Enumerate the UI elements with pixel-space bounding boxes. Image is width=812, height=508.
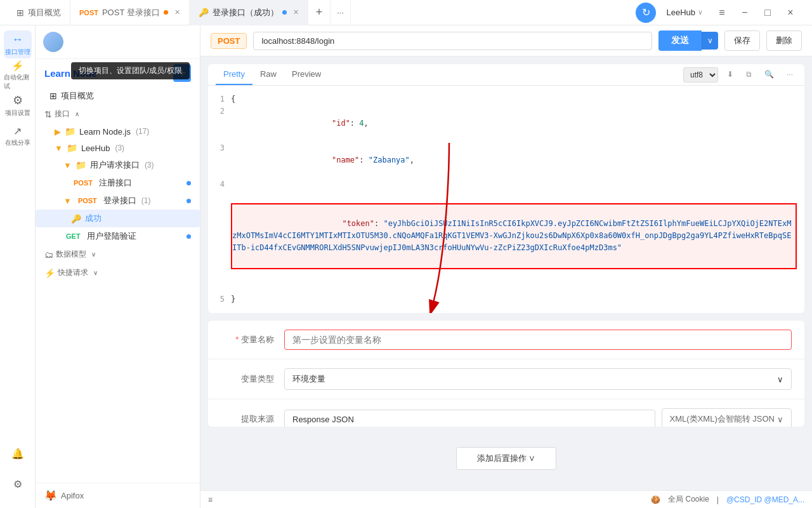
send-btn[interactable]: 发送	[658, 30, 702, 51]
sidebar-item-user-requests[interactable]: ▼ 📁 用户请求接口 (3)	[36, 156, 200, 174]
tab-dot-orange	[164, 10, 168, 15]
refresh-btn[interactable]: ↻	[636, 3, 656, 23]
resp-tab-preview[interactable]: Preview	[284, 64, 329, 85]
close-window-btn[interactable]: ×	[782, 4, 799, 22]
variable-name-control	[284, 330, 792, 350]
api-icon: ↔	[12, 33, 23, 46]
gear-icon: ⚙	[13, 478, 22, 490]
code-line-3: 3 "name": "Zabanya",	[208, 142, 804, 179]
tab-post-login[interactable]: POST POST 登录接口 ✕	[70, 0, 190, 25]
sidebar-item-user-verify[interactable]: GET 用户登陆验证	[36, 227, 200, 245]
download-btn[interactable]: ⬇	[723, 67, 737, 83]
token-highlight: "token": "eyJhbGciOiJSUzI1NiIsInR5cCI6Ik…	[231, 203, 797, 269]
variable-type-select[interactable]: 环境变量 ∨	[284, 368, 792, 390]
send-btn-dropdown[interactable]: ∨	[702, 32, 718, 50]
settings-icon: ⚙	[13, 93, 23, 107]
code-panel: 1 { 2 "id": 4,	[208, 86, 804, 313]
close-icon-active[interactable]: ✕	[293, 8, 299, 17]
resp-tab-actions: utf8 gbk ⬇ ⧉ 🔍 ···	[683, 67, 797, 83]
left-icon-project-settings[interactable]: ⚙ 项目设置	[4, 91, 32, 119]
gear-btn[interactable]: ⚙	[4, 470, 32, 498]
sidebar-item-success[interactable]: 🔑 成功	[36, 210, 200, 227]
data-model-chevron-icon: ∨	[91, 251, 96, 258]
section-arrow-icon: ∧	[75, 110, 79, 117]
left-icon-auto-test[interactable]: ⚡ 自动化测试	[4, 61, 32, 89]
cookie-label[interactable]: 全局 Cookie	[668, 494, 709, 505]
more-btn[interactable]: ···	[783, 67, 797, 83]
folder-open-login-icon: ▼	[63, 196, 72, 206]
code-area: 1 { 2 "id": 4,	[208, 86, 804, 313]
method-badge: POST	[211, 33, 247, 49]
add-resource-btn[interactable]: +	[173, 64, 191, 82]
tab-project-overview[interactable]: ⊞ 项目概览	[8, 0, 70, 25]
sidebar-item-register[interactable]: POST 注册接口	[36, 174, 200, 192]
quick-request-chevron-icon: ∨	[93, 269, 98, 276]
project-title-btn[interactable]: Learn Node ⌃	[44, 68, 173, 79]
env-label[interactable]: @CSD_ID @MED_A...	[726, 495, 804, 504]
title-bar-tabs: ⊞ 项目概览 POST POST 登录接口 ✕ 🔑 登录接口（成功） ✕ +	[8, 0, 636, 25]
encoding-select[interactable]: utf8 gbk	[683, 67, 718, 83]
minimize-btn[interactable]: −	[736, 4, 754, 22]
project-chevron-icon: ⌃	[101, 69, 108, 78]
extract-source-control: Response JSON XML(类XML)会智能转 JSON ∨	[284, 408, 792, 427]
sidebar-item-overview[interactable]: ⊞ 项目概览	[36, 87, 200, 105]
form-row-variable-type: 变量类型 环境变量 ∨	[208, 359, 804, 399]
maximize-btn[interactable]: □	[759, 4, 776, 22]
folder-icon-leehub: 📁	[67, 143, 77, 153]
send-btn-group: 发送 ∨	[658, 30, 718, 51]
copy-btn[interactable]: ⧉	[742, 67, 756, 83]
save-btn[interactable]: 保存	[724, 30, 760, 51]
dot-verify	[187, 234, 191, 239]
key-nav-icon: 🔑	[71, 214, 81, 224]
tab-login-success[interactable]: 🔑 登录接口（成功） ✕	[190, 0, 308, 25]
folder-icon-user: 📁	[75, 160, 86, 170]
add-post-action-btn[interactable]: 添加后置操作 ∨	[456, 447, 557, 470]
team-selector[interactable]: LeeHub ∨	[661, 5, 708, 20]
bottom-action: 添加后置操作 ∨	[208, 434, 804, 483]
status-bar-right: 🍪 全局 Cookie | @CSD_ID @MED_A...	[651, 494, 804, 505]
project-header: Learn Node ⌃ +	[36, 59, 200, 84]
bell-icon: 🔔	[11, 448, 24, 460]
add-tab-btn[interactable]: +	[308, 0, 331, 25]
more-tabs-btn[interactable]: ···	[331, 0, 351, 25]
main-content: Pretty Raw Preview utf8 gbk ⬇ ⧉ 🔍 ···	[200, 57, 812, 490]
sidebar-item-leehub[interactable]: ▼ 📁 LeeHub (3)	[36, 140, 200, 156]
status-menu-icon[interactable]: ≡	[208, 495, 213, 504]
close-icon[interactable]: ✕	[174, 8, 180, 17]
resp-tab-raw[interactable]: Raw	[252, 64, 284, 85]
dot-register	[187, 181, 191, 185]
tab-method-post: POST	[79, 9, 98, 17]
key-icon: 🔑	[199, 8, 209, 17]
sidebar-section-interfaces[interactable]: ⇅ 接口 ∧	[36, 105, 200, 123]
notification-btn[interactable]: 🔔	[4, 439, 32, 467]
data-model-icon: 🗂	[44, 250, 53, 260]
folder-open-icon: ▼	[55, 144, 63, 153]
sidebar-section-data-model[interactable]: 🗂 数据模型 ∨	[36, 245, 200, 264]
select-chevron-icon: ∨	[777, 375, 783, 384]
url-input[interactable]: localhost:8848/login	[253, 32, 652, 50]
variable-name-label: 变量名称	[221, 334, 284, 345]
variable-name-input[interactable]	[284, 330, 792, 350]
resp-tab-pretty[interactable]: Pretty	[216, 64, 252, 85]
form-row-extract-source: 提取来源 Response JSON XML(类XML)会智能转 JSON ∨	[208, 399, 804, 427]
sidebar-item-login[interactable]: ▼ POST 登录接口 (1)	[36, 192, 200, 210]
delete-btn[interactable]: 删除	[766, 30, 802, 51]
form-panel: 变量名称 变量类型 环境变量 ∨	[208, 321, 804, 427]
left-icon-api[interactable]: ↔ 接口管理	[4, 30, 32, 58]
sidebar: 切换项目、设置团队/成员/权限 Learn Node ⌃ + ⊞	[36, 25, 200, 508]
interface-nav-icon: ⇅	[44, 109, 52, 119]
sidebar-nav: ⊞ 项目概览 ⇅ 接口 ∧ ▶ 📁 Learn Node.js (17)	[36, 84, 200, 483]
search-btn[interactable]: 🔍	[761, 67, 778, 83]
avatar	[43, 32, 63, 52]
env-separator: |	[717, 495, 719, 504]
source-secondary-select[interactable]: XML(类XML)会智能转 JSON ∨	[662, 408, 792, 427]
main-area: ↔ 接口管理 ⚡ 自动化测试 ⚙ 项目设置 ↗ 在线分享 🔔 ⚙	[0, 25, 812, 508]
left-icon-share[interactable]: ↗ 在线分享	[4, 122, 32, 150]
menu-icon-btn[interactable]: ≡	[713, 4, 731, 22]
cookie-icon: 🍪	[651, 495, 660, 504]
sidebar-item-learn-nodejs[interactable]: ▶ 📁 Learn Node.js (17)	[36, 123, 200, 140]
sidebar-section-quick-request[interactable]: ⚡ 快捷请求 ∨	[36, 264, 200, 282]
refresh-icon: ↻	[642, 6, 650, 18]
tab-dot-blue	[282, 10, 287, 15]
folder-icon: 📁	[65, 126, 75, 137]
